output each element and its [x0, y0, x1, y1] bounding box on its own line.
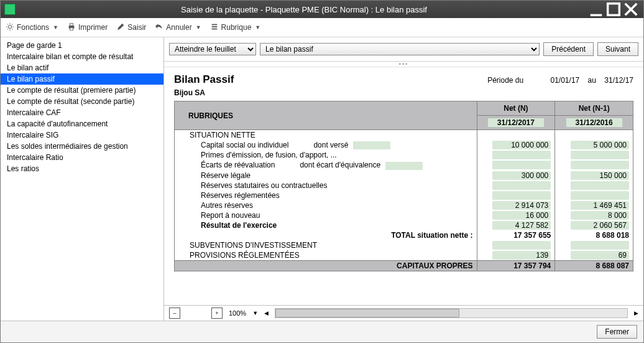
scroll-left-icon[interactable]: ◀ — [264, 310, 269, 316]
horizontal-scrollbar[interactable] — [275, 308, 628, 318]
svg-rect-1 — [608, 4, 620, 16]
dialog-footer: Fermer — [1, 321, 643, 342]
table-row: TOTAL situation nette :17 357 6558 688 0… — [175, 230, 633, 240]
goto-sheet-select[interactable]: Atteindre le feuillet — [169, 43, 256, 55]
table-row: Capital social ou individueldont versé10… — [175, 140, 633, 150]
table-row: Réserves réglementées — [175, 190, 633, 200]
table-row: Autres réserves2 914 0731 469 451 — [175, 200, 633, 210]
sidebar-item[interactable]: Intercalaire CAF — [1, 107, 163, 118]
toolbar-rubrique-label: Rubrique — [221, 23, 252, 32]
zoom-in-icon[interactable]: + — [211, 308, 223, 319]
titlebar: Saisie de la plaquette - Plaquette PME (… — [1, 1, 643, 18]
minimize-button[interactable] — [587, 3, 605, 16]
toolbar-imprimer[interactable]: Imprimer — [67, 22, 108, 33]
sidebar-item[interactable]: Le compte de résultat (seconde partie) — [1, 96, 163, 107]
close-dialog-button[interactable]: Fermer — [597, 325, 637, 339]
table-row: Réserves statutaires ou contractuelles — [175, 181, 633, 190]
report-period: Période du 01/01/17 au 31/12/17 — [481, 76, 633, 85]
current-sheet-select[interactable]: Le bilan passif — [260, 43, 540, 55]
document-viewport[interactable]: Bilan Passif Période du 01/01/17 au 31/1… — [164, 67, 643, 305]
col-net-n1: Net (N-1) — [555, 101, 633, 116]
table-row: SITUATION NETTE — [175, 130, 633, 141]
app-window: Saisie de la plaquette - Plaquette PME (… — [0, 0, 644, 343]
close-button[interactable] — [622, 3, 640, 16]
gear-icon — [6, 22, 14, 33]
col-rubriques: RUBRIQUES — [175, 101, 477, 130]
scroll-right-icon[interactable]: ▶ — [634, 310, 638, 316]
chevron-down-icon[interactable]: ▼ — [252, 310, 258, 316]
next-button[interactable]: Suivant — [597, 42, 638, 56]
sidebar-item[interactable]: Les ratios — [1, 163, 163, 174]
sidebar-item[interactable]: La capacité d'autofinancement — [1, 118, 163, 129]
sidebar-item[interactable]: Intercalaire Ratio — [1, 152, 163, 163]
sidebar[interactable]: Page de garde 1Intercalaire bilan et com… — [1, 37, 164, 321]
report-table: RUBRIQUES Net (N) Net (N-1) 31/12/2017 3… — [174, 101, 633, 271]
app-icon — [4, 4, 16, 15]
svg-rect-6 — [70, 23, 73, 26]
sidebar-item[interactable]: Intercalaire bilan et compte de résultat — [1, 51, 163, 62]
printer-icon — [67, 22, 76, 33]
toolbar: Fonctions▼ Imprimer Saisir Annuler▼ Rubr… — [1, 18, 643, 37]
sidebar-item[interactable]: Les soldes intermédiaires de gestion — [1, 141, 163, 152]
prev-button[interactable]: Précédent — [543, 42, 594, 56]
chevron-down-icon: ▼ — [255, 24, 260, 31]
splitter-grip[interactable]: ••• — [164, 62, 643, 67]
col-date-n: 31/12/2017 — [477, 116, 555, 130]
chevron-down-icon: ▼ — [196, 24, 201, 31]
maximize-button[interactable] — [605, 3, 622, 16]
toolbar-annuler[interactable]: Annuler▼ — [155, 22, 201, 33]
table-row: Report à nouveau16 0008 000 — [175, 210, 633, 220]
pencil-icon — [116, 22, 125, 33]
status-bar: – + 100% ▼ ◀ ▶ — [164, 305, 643, 321]
chevron-down-icon: ▼ — [53, 24, 58, 31]
toolbar-saisir[interactable]: Saisir — [116, 22, 146, 33]
table-row: PROVISIONS RÉGLEMENTÉES13969 — [175, 250, 633, 261]
undo-icon — [155, 22, 163, 33]
sidebar-item[interactable]: Intercalaire SIG — [1, 129, 163, 141]
table-row: Écarts de réévaluationdont écart d'équiv… — [175, 160, 633, 170]
toolbar-saisir-label: Saisir — [127, 23, 146, 32]
body: Page de garde 1Intercalaire bilan et com… — [1, 37, 643, 321]
list-icon — [210, 22, 219, 33]
sidebar-item[interactable]: Page de garde 1 — [1, 40, 163, 51]
col-net-n: Net (N) — [477, 101, 555, 116]
toolbar-annuler-label: Annuler — [166, 23, 191, 32]
report-title: Bilan Passif — [174, 73, 234, 86]
svg-rect-7 — [70, 27, 73, 30]
table-row: Primes d'émission, de fusion, d'apport, … — [175, 150, 633, 160]
table-row: Réserve légale300 000150 000 — [175, 171, 633, 181]
toolbar-fonctions-label: Fonctions — [17, 23, 49, 32]
svg-point-4 — [8, 25, 11, 28]
toolbar-fonctions[interactable]: Fonctions▼ — [6, 22, 58, 33]
toolbar-imprimer-label: Imprimer — [78, 23, 108, 32]
window-title: Saisie de la plaquette - Plaquette PME (… — [21, 5, 587, 14]
sidebar-item[interactable]: Le bilan actif — [1, 62, 163, 73]
table-row: SUBVENTIONS D'INVESTISSEMENT — [175, 240, 633, 250]
sidebar-item[interactable]: Le bilan passif — [1, 73, 163, 85]
sidebar-item[interactable]: Le compte de résultat (premiere partie) — [1, 85, 163, 96]
company-name: Bijou SA — [174, 88, 633, 97]
table-row: CAPITAUX PROPRES17 357 7948 688 087 — [175, 260, 633, 271]
zoom-level: 100% — [229, 309, 246, 317]
col-date-n1: 31/12/2016 — [555, 116, 633, 130]
table-row: Résultat de l'exercice4 127 5822 060 567 — [175, 220, 633, 230]
zoom-out-icon[interactable]: – — [169, 308, 180, 319]
toolbar-rubrique[interactable]: Rubrique▼ — [210, 22, 261, 33]
main-pane: Atteindre le feuillet Le bilan passif Pr… — [164, 37, 643, 321]
sheet-navbar: Atteindre le feuillet Le bilan passif Pr… — [164, 37, 643, 62]
